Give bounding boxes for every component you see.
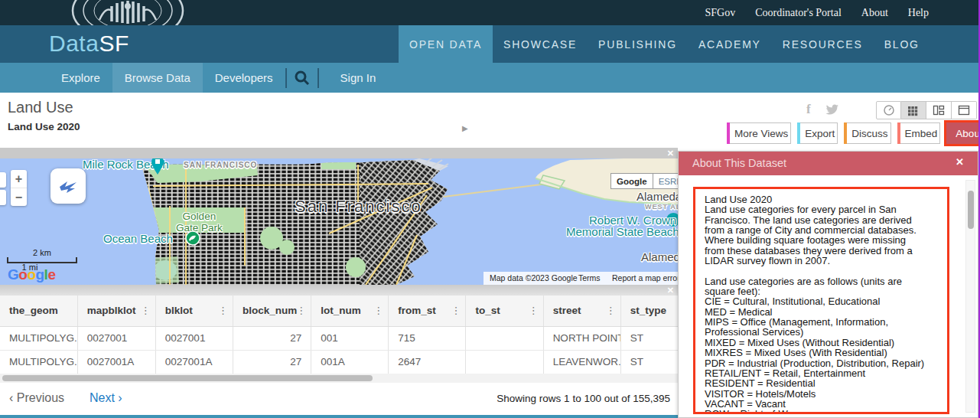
cell-street: LEAVENWOR... xyxy=(543,350,620,374)
meter-view-button[interactable] xyxy=(876,101,901,119)
discuss-button[interactable]: Discuss xyxy=(844,122,890,144)
bird-layers-button[interactable] xyxy=(50,168,86,204)
twitter-icon[interactable] xyxy=(825,104,839,116)
grid-view-button[interactable] xyxy=(901,101,926,119)
google-logo-letter: o xyxy=(18,266,27,282)
map-label-alameda: Alameda xyxy=(637,190,678,203)
map-edge-control[interactable] xyxy=(0,172,6,188)
basemap-toggle: Google ESRI xyxy=(610,173,678,189)
button-label: More Views xyxy=(734,128,788,139)
table-row[interactable]: MULTIPOLYG...0027001002700127001715NORTH… xyxy=(0,326,678,350)
column-menu-icon[interactable]: ⋮ xyxy=(218,305,228,316)
map-edge-control-2[interactable] xyxy=(0,190,6,205)
basemap-esri-button[interactable]: ESRI xyxy=(653,173,678,189)
main-nav-resources[interactable]: RESOURCES xyxy=(772,25,874,63)
column-header-to_st[interactable]: to_st⋮ xyxy=(466,296,543,326)
column-label: to_st xyxy=(475,305,500,316)
layout-view-button[interactable] xyxy=(926,101,952,119)
map-pin-mile-rock[interactable] xyxy=(151,158,164,175)
column-label: street xyxy=(553,305,581,316)
about-scrollbar[interactable] xyxy=(965,180,975,413)
google-logo-letter: G xyxy=(8,266,18,282)
map-attribution: Map data ©2023 Google Terms Report a map… xyxy=(483,272,678,285)
next-button[interactable]: Next › xyxy=(90,391,122,405)
table-close-icon[interactable]: ✕ xyxy=(667,286,674,296)
main-nav-open-data[interactable]: OPEN DATA xyxy=(399,25,493,63)
grid-header-row: the_geommapblklot⋮blklot⋮block_num⋮lot_n… xyxy=(0,296,678,326)
horizontal-scrollbar[interactable] xyxy=(0,374,678,383)
sign-in-link[interactable]: Sign In xyxy=(328,63,389,93)
subnav-item-explore[interactable]: Explore xyxy=(49,63,112,93)
facebook-icon[interactable]: f xyxy=(806,102,811,117)
column-menu-icon[interactable]: ⋮ xyxy=(373,305,383,316)
map-close-icon[interactable]: ✕ xyxy=(667,149,674,158)
basemap-google-button[interactable]: Google xyxy=(610,173,653,189)
column-header-block_num[interactable]: block_num⋮ xyxy=(233,296,311,326)
previous-button[interactable]: ‹ Previous xyxy=(9,391,64,405)
main-nav-academy[interactable]: ACADEMY xyxy=(688,25,772,63)
about-close-icon[interactable]: ✕ xyxy=(956,156,964,168)
cell-the_geom: MULTIPOLYG... xyxy=(0,326,77,350)
about-scroll-thumb[interactable] xyxy=(968,191,974,229)
topbar: SFGovCoordinator's PortalAboutHelp xyxy=(0,0,980,25)
column-label: lot_num xyxy=(321,305,361,316)
map-label-alamed: Alamed xyxy=(641,250,678,263)
column-header-the_geom[interactable]: the_geom xyxy=(0,296,77,326)
topbar-link[interactable]: About xyxy=(861,7,888,19)
column-header-lot_num[interactable]: lot_num⋮ xyxy=(311,296,389,326)
attrib-report-error[interactable]: Report a map error xyxy=(612,273,678,282)
zoom-out-button[interactable]: − xyxy=(11,188,27,206)
map-view[interactable]: Mile Rock Beach SAN FRANCISCO San Franci… xyxy=(0,158,678,285)
cell-from_st: 715 xyxy=(389,326,466,350)
meter-icon xyxy=(883,104,895,116)
expander-arrow-icon[interactable]: ▶ xyxy=(462,124,468,132)
export-button[interactable]: Export xyxy=(797,122,838,144)
column-menu-icon[interactable]: ⋮ xyxy=(141,305,151,316)
column-header-st_type[interactable]: st_type xyxy=(620,296,678,326)
cell-from_st: 2647 xyxy=(389,350,466,374)
subnav-item-browse-data[interactable]: Browse Data xyxy=(112,63,203,93)
search-icon xyxy=(294,70,311,87)
bird-icon xyxy=(57,175,80,198)
map-pane-titlebar[interactable]: ✕ xyxy=(0,148,678,158)
search-button[interactable] xyxy=(287,63,317,93)
column-menu-icon[interactable]: ⋮ xyxy=(451,305,461,316)
attrib-map-data: Map data ©2023 Google xyxy=(490,273,578,282)
about-panel-body: Land Use 2020 Land use categories for ev… xyxy=(679,175,978,417)
column-menu-icon[interactable]: ⋮ xyxy=(296,305,306,316)
button-label: Embed xyxy=(905,128,938,139)
browser-view-button[interactable] xyxy=(952,101,977,119)
button-label: About xyxy=(956,128,980,139)
attrib-terms[interactable]: Terms xyxy=(578,273,601,282)
subnav-item-developers[interactable]: Developers xyxy=(203,63,285,93)
column-header-blklot[interactable]: blklot⋮ xyxy=(155,296,233,326)
column-label: block_num xyxy=(243,305,297,316)
topbar-link[interactable]: Help xyxy=(908,7,929,19)
about-button[interactable]: About xyxy=(946,122,980,144)
datasf-logo[interactable]: DataSF xyxy=(49,31,129,57)
column-menu-icon[interactable]: ⋮ xyxy=(529,305,539,316)
main-nav-showcase[interactable]: SHOWCASE xyxy=(493,25,588,63)
embed-button[interactable]: Embed xyxy=(897,122,941,144)
column-label: blklot xyxy=(165,305,193,316)
column-menu-icon[interactable]: ⋮ xyxy=(606,305,616,316)
title-section: Land Use Land Use 2020 ▶ f More ViewsExp… xyxy=(0,93,980,148)
dataset-name: Land Use 2020 xyxy=(8,121,80,132)
zoom-in-button[interactable]: + xyxy=(11,170,27,188)
table-pane-titlebar[interactable]: ✕ xyxy=(0,285,678,296)
table-row[interactable]: MULTIPOLYG...0027001A0027001A27001A2647L… xyxy=(0,350,678,374)
main-nav-blog[interactable]: BLOG xyxy=(874,25,930,63)
main-nav-publishing[interactable]: PUBLISHING xyxy=(588,25,688,63)
row-status: Showing rows 1 to 100 out of 155,395 xyxy=(497,393,670,404)
hscroll-thumb[interactable] xyxy=(2,375,373,381)
sub-nav: Explore Browse Data Developers Sign In xyxy=(0,63,980,93)
column-label: mapblklot xyxy=(87,305,136,316)
page-title: Land Use xyxy=(8,99,73,116)
column-header-from_st[interactable]: from_st⋮ xyxy=(389,296,466,326)
map-pin-ocean-beach[interactable] xyxy=(185,230,200,246)
column-header-street[interactable]: street⋮ xyxy=(543,296,620,326)
topbar-link[interactable]: Coordinator's Portal xyxy=(755,7,842,19)
column-header-mapblklot[interactable]: mapblklot⋮ xyxy=(77,296,155,326)
more-views-button[interactable]: More Views xyxy=(727,122,791,144)
topbar-link[interactable]: SFGov xyxy=(705,7,736,19)
